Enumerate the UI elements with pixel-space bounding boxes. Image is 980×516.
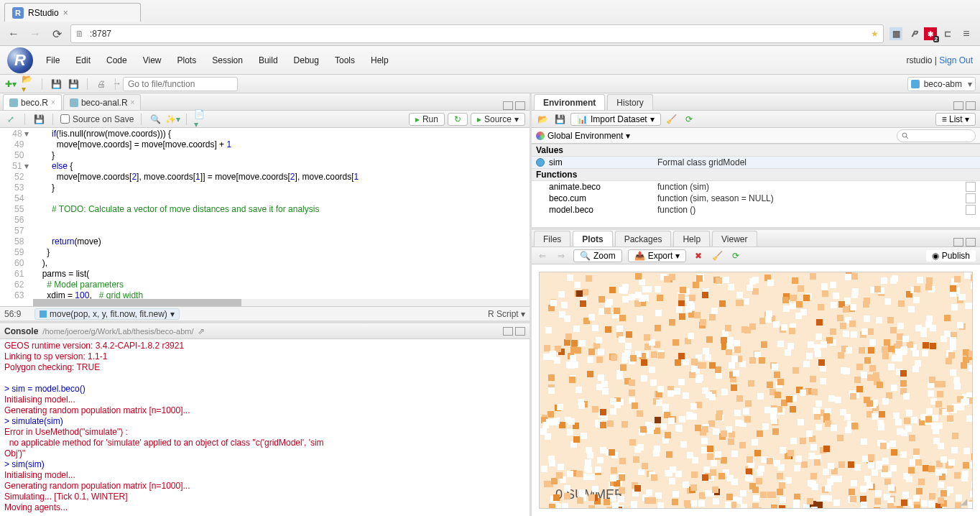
prev-plot-icon[interactable]: ⇐ xyxy=(536,249,549,262)
zoom-button[interactable]: 🔍 Zoom xyxy=(573,249,622,262)
menu-debug[interactable]: Debug xyxy=(294,55,319,65)
publish-button[interactable]: ◉ Publish xyxy=(926,250,976,262)
popout-icon[interactable]: ⤢ xyxy=(4,113,17,126)
view-function-icon[interactable] xyxy=(966,182,976,192)
tab-files[interactable]: Files xyxy=(534,231,570,247)
reload-button[interactable]: ⟳ xyxy=(49,27,65,41)
env-section-header: Functions xyxy=(532,168,980,181)
save-all-icon[interactable]: 💾 xyxy=(67,78,80,91)
environment-scope[interactable]: Global Environment ▾ xyxy=(536,131,630,141)
extension-icon[interactable]: ⊏ xyxy=(941,27,954,40)
console-output[interactable]: GEOS runtime version: 3.4.2-CAPI-1.8.2 r… xyxy=(0,339,530,516)
extension-icon[interactable]: ▦ xyxy=(889,27,902,40)
console-path: /home/joeroe/g/Work/Lab/thesis/beco-abm/ xyxy=(42,327,193,336)
clear-plots-icon[interactable]: 🧹 xyxy=(711,249,724,262)
tab-packages[interactable]: Packages xyxy=(615,231,672,247)
back-button[interactable]: ← xyxy=(6,27,22,40)
load-workspace-icon[interactable]: 📂 xyxy=(536,113,549,126)
extension-mendeley-icon[interactable]: ✱2 xyxy=(924,27,937,40)
close-icon[interactable]: × xyxy=(51,98,55,106)
menu-plots[interactable]: Plots xyxy=(177,55,197,65)
maximize-pane-icon[interactable] xyxy=(966,238,976,247)
new-file-icon[interactable]: ✚▾ xyxy=(4,78,17,91)
browse-wd-icon[interactable]: ⇗ xyxy=(198,326,205,336)
menu-view[interactable]: View xyxy=(143,55,162,65)
env-row[interactable]: simFormal class gridModel xyxy=(532,157,980,168)
menu-edit[interactable]: Edit xyxy=(75,55,91,65)
tab-viewer[interactable]: Viewer xyxy=(712,231,757,247)
browser-tab-title: RStudio xyxy=(28,8,59,18)
project-picker[interactable]: beco-abm xyxy=(907,77,976,91)
bookmark-star-icon[interactable]: ★ xyxy=(871,29,879,39)
rstudio-logo: R xyxy=(7,47,33,73)
source-tab[interactable]: beco.R× xyxy=(3,94,62,110)
view-function-icon[interactable] xyxy=(966,193,976,203)
source-tab[interactable]: beco-anal.R× xyxy=(63,94,142,110)
view-mode-button[interactable]: ≡ List ▾ xyxy=(935,113,976,126)
refresh-icon[interactable]: ⟳ xyxy=(683,113,695,126)
run-button[interactable]: ▸Run xyxy=(409,113,445,126)
source-button[interactable]: ▸Source ▾ xyxy=(471,113,525,126)
close-tab-icon[interactable]: × xyxy=(63,8,68,18)
tab-history[interactable]: History xyxy=(607,94,652,110)
minimize-pane-icon[interactable] xyxy=(503,101,513,110)
sign-out-link[interactable]: Sign Out xyxy=(939,55,973,65)
tab-environment[interactable]: Environment xyxy=(534,94,605,110)
r-file-icon xyxy=(70,98,78,107)
r-file-icon xyxy=(9,98,18,107)
new-project-icon[interactable]: 📂▾ xyxy=(22,78,34,91)
menu-session[interactable]: Session xyxy=(212,55,243,65)
refresh-icon[interactable]: ⟳ xyxy=(729,249,742,262)
goto-file-input[interactable] xyxy=(123,77,238,91)
save-workspace-icon[interactable]: 💾 xyxy=(553,113,566,126)
close-icon[interactable]: × xyxy=(131,98,135,106)
plot-canvas: 0 SUMMER ◢ xyxy=(539,272,973,509)
cursor-position: 56:9 xyxy=(4,309,30,319)
export-button[interactable]: 📤 Export ▾ xyxy=(628,249,687,262)
view-function-icon[interactable] xyxy=(966,205,976,215)
menu-file[interactable]: File xyxy=(46,55,60,65)
tab-plots[interactable]: Plots xyxy=(573,231,612,247)
notebook-icon[interactable]: 📄▾ xyxy=(194,113,207,126)
save-icon[interactable]: 💾 xyxy=(32,113,45,126)
find-icon[interactable]: 🔍 xyxy=(149,113,162,126)
object-icon xyxy=(536,158,545,167)
print-icon[interactable]: 🖨 xyxy=(95,78,108,91)
next-plot-icon[interactable]: ⇒ xyxy=(555,249,568,262)
menu-build[interactable]: Build xyxy=(259,55,278,65)
minimize-pane-icon[interactable] xyxy=(953,101,963,110)
scope-indicator[interactable]: move(pop, x, y, fit.now, fit.new) ▾ xyxy=(34,308,180,320)
address-text: :8787 xyxy=(90,29,111,39)
address-bar[interactable]: 🗎 :8787 ★ xyxy=(70,24,884,43)
source-on-save-checkbox[interactable]: Source on Save xyxy=(60,114,134,124)
browser-menu-icon[interactable]: ≡ xyxy=(958,27,974,40)
maximize-pane-icon[interactable] xyxy=(966,101,976,110)
console-title: Console xyxy=(4,326,38,336)
source-editor[interactable]: 48 ▾49 50 51 ▾52 53 54 55 56 57 58 59 60… xyxy=(0,128,530,306)
rstudio-favicon: R xyxy=(12,7,24,19)
forward-button[interactable]: → xyxy=(27,27,43,40)
menu-help[interactable]: Help xyxy=(371,55,389,65)
extension-p-icon[interactable]: 𝙋 xyxy=(907,27,920,40)
save-icon[interactable]: 💾 xyxy=(50,78,63,91)
env-row[interactable]: model.becofunction () xyxy=(532,204,980,216)
remove-plot-icon[interactable]: ✖ xyxy=(692,249,705,262)
maximize-pane-icon[interactable] xyxy=(515,101,525,110)
menu-tools[interactable]: Tools xyxy=(335,55,355,65)
env-row[interactable]: animate.becofunction (sim) xyxy=(532,181,980,193)
main-menu: FileEditCodeViewPlotsSessionBuildDebugTo… xyxy=(46,55,389,65)
env-row[interactable]: beco.cumfunction (sim, season = NULL) xyxy=(532,193,980,204)
minimize-pane-icon[interactable] xyxy=(953,238,963,247)
menu-code[interactable]: Code xyxy=(106,55,127,65)
environment-search[interactable] xyxy=(897,129,976,142)
minimize-pane-icon[interactable] xyxy=(503,327,513,336)
wand-icon[interactable]: ✨▾ xyxy=(166,113,179,126)
import-dataset-button[interactable]: 📊 Import Dataset ▾ xyxy=(570,113,661,126)
tab-help[interactable]: Help xyxy=(673,231,710,247)
clear-icon[interactable]: 🧹 xyxy=(665,113,678,126)
rerun-button[interactable]: ↻ xyxy=(448,113,468,126)
browser-tab[interactable]: R RStudio × xyxy=(4,3,141,22)
maximize-pane-icon[interactable] xyxy=(515,327,525,336)
file-type[interactable]: R Script ▾ xyxy=(488,309,525,319)
horizontal-scrollbar[interactable] xyxy=(33,299,530,306)
